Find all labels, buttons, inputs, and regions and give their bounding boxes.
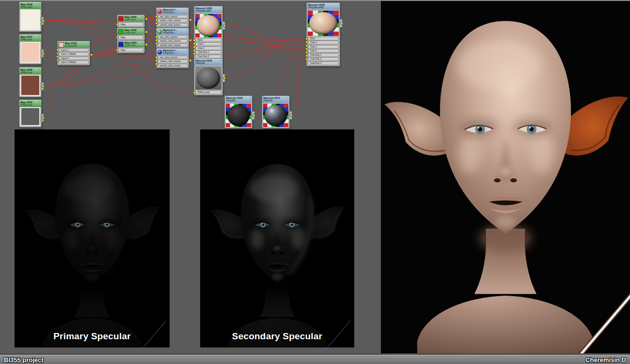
output-socket[interactable]	[90, 53, 93, 56]
color-swatch[interactable]	[20, 75, 40, 96]
output-socket[interactable]	[223, 77, 226, 79]
slot-coat-2[interactable]: Coat 2	[195, 47, 221, 50]
output-socket[interactable]	[42, 116, 45, 119]
input-socket[interactable]	[193, 52, 196, 55]
collapse-icon[interactable]: –	[39, 2, 40, 5]
input-socket[interactable]	[155, 22, 158, 25]
input-socket[interactable]	[116, 36, 119, 39]
output-socket[interactable]	[145, 31, 148, 33]
input-socket[interactable]	[305, 41, 308, 44]
slot-base[interactable]: Base	[308, 37, 339, 41]
output-socket[interactable]	[145, 43, 148, 46]
node-cc_blue[interactable]: Map #464Color Cor...–Map	[117, 40, 145, 53]
slot-map[interactable]: Map	[118, 22, 143, 27]
collapse-icon[interactable]: –	[87, 41, 89, 44]
input-socket[interactable]	[155, 15, 158, 18]
input-socket[interactable]	[56, 52, 59, 55]
collapse-icon[interactable]: –	[142, 41, 143, 44]
output-socket[interactable]	[189, 18, 192, 21]
output-socket[interactable]	[145, 17, 148, 20]
node-map457[interactable]: Map #457VRayColor–	[19, 34, 42, 64]
input-socket[interactable]	[155, 56, 158, 59]
node-mat309[interactable]: Material #309VRayMtl–	[224, 95, 252, 128]
slot-coat-3[interactable]: Coat 3	[308, 49, 339, 53]
slot-map[interactable]: Map	[118, 48, 143, 52]
collapse-icon[interactable]: –	[186, 48, 188, 51]
output-socket[interactable]	[252, 114, 255, 117]
output-socket[interactable]	[223, 24, 226, 27]
node-mat305[interactable]: Material #305VRayMtl–Diffuse map	[194, 58, 223, 95]
input-socket[interactable]	[155, 35, 158, 38]
collapse-icon[interactable]: –	[250, 96, 251, 99]
input-socket[interactable]	[305, 51, 308, 54]
node-sss_g[interactable]: Material #...VRayFast...–sss_color_textu…	[156, 28, 189, 48]
collapse-icon[interactable]: –	[220, 59, 221, 62]
slate-material-editor-view[interactable]: Map #459VRayColor–Map #457VRayColor–Map …	[0, 0, 381, 129]
output-socket[interactable]	[42, 19, 45, 22]
collapse-icon[interactable]: –	[142, 15, 143, 18]
slot-coat-1[interactable]: Coat 1	[195, 42, 221, 46]
input-socket[interactable]	[155, 18, 158, 21]
color-swatch[interactable]	[20, 9, 40, 31]
input-socket[interactable]	[193, 42, 196, 45]
input-socket[interactable]	[305, 44, 308, 47]
input-socket[interactable]	[56, 48, 59, 51]
output-socket[interactable]	[42, 85, 45, 88]
node-cc_green[interactable]: Map #460Color Cor...–Map	[117, 28, 145, 41]
slot-sss-color-texture[interactable]: sss_color_texture	[158, 35, 188, 39]
color-swatch[interactable]	[20, 107, 40, 126]
node-sss_r[interactable]: Material #...VRayFast...–sss_color_textu…	[156, 7, 189, 28]
input-socket[interactable]	[193, 49, 196, 52]
input-socket[interactable]	[305, 58, 308, 61]
slot-layer-2-mask-[interactable]: Layer 2 (Mask)	[59, 61, 89, 64]
input-socket[interactable]	[116, 48, 119, 51]
slot-sss-color-texture[interactable]: sss_color_texture	[158, 56, 188, 60]
input-socket[interactable]	[193, 39, 196, 42]
input-socket[interactable]	[155, 59, 158, 62]
slot-scatter-color-texture[interactable]: scatter_color_texture	[158, 60, 188, 63]
slot-overall-color-texture[interactable]: overall_color_texture	[158, 23, 188, 27]
input-socket[interactable]	[305, 47, 308, 50]
output-socket[interactable]	[340, 22, 343, 25]
input-socket[interactable]	[56, 55, 59, 58]
slot-scatter-color-texture[interactable]: scatter_color_texture	[158, 39, 188, 43]
collapse-icon[interactable]: –	[39, 67, 40, 70]
node-map463[interactable]: Map #463VRayColor–	[19, 99, 42, 127]
collapse-icon[interactable]: –	[337, 3, 339, 6]
node-cc_red[interactable]: Map #462Color Cor...–Map	[117, 15, 145, 28]
input-socket[interactable]	[305, 54, 308, 57]
slot-coat-1[interactable]: Coat 1	[308, 41, 339, 45]
slot-layer-1-mask-[interactable]: Layer 1 (Mask)	[59, 52, 89, 56]
node-map461[interactable]: Map #461Composite–Layer 1Layer 1 (Mask)L…	[57, 41, 90, 65]
output-socket[interactable]	[290, 114, 293, 117]
slot-diffuse-map[interactable]: Diffuse map	[195, 91, 221, 95]
node-mat306[interactable]: Material #306VRayBlendMtl–BaseCoat 1Coat…	[194, 6, 223, 60]
output-socket[interactable]	[189, 59, 192, 62]
slot-layer-2[interactable]: Layer 2	[59, 57, 89, 61]
input-socket[interactable]	[193, 46, 196, 48]
slot-overall-color-texture[interactable]: overall_color_texture	[158, 64, 188, 68]
collapse-icon[interactable]: –	[39, 100, 40, 103]
slot-coat-2[interactable]: Coat 2	[308, 45, 339, 49]
collapse-icon[interactable]: –	[142, 28, 143, 31]
collapse-icon[interactable]: –	[186, 8, 188, 11]
slot-scatter-color-texture[interactable]: scatter_color_texture	[158, 19, 188, 23]
input-socket[interactable]	[155, 39, 158, 42]
slot-coat-dup-3[interactable]: Coat Dup 3	[308, 62, 339, 65]
input-socket[interactable]	[305, 37, 308, 40]
slot-coat-dup-1[interactable]: Coat Dup 1	[195, 50, 221, 54]
input-socket[interactable]	[155, 42, 158, 45]
collapse-icon[interactable]: –	[39, 34, 40, 37]
collapse-icon[interactable]: –	[220, 6, 221, 9]
node-mat308[interactable]: Material #308VRayBlendMtl–BaseCoat 1Coat…	[306, 2, 340, 66]
slot-layer-1[interactable]: Layer 1	[59, 48, 89, 52]
color-swatch[interactable]	[20, 42, 40, 63]
slot-coat-dup-1[interactable]: Coat Dup 1	[308, 53, 339, 57]
slot-sss-color-texture[interactable]: sss_color_texture	[158, 15, 188, 19]
input-socket[interactable]	[116, 23, 119, 26]
collapse-icon[interactable]: –	[186, 28, 188, 31]
output-socket[interactable]	[189, 39, 192, 42]
slot-base[interactable]: Base	[195, 38, 221, 42]
node-map458[interactable]: Map #458VRayColor–	[19, 67, 42, 97]
output-socket[interactable]	[42, 52, 45, 55]
